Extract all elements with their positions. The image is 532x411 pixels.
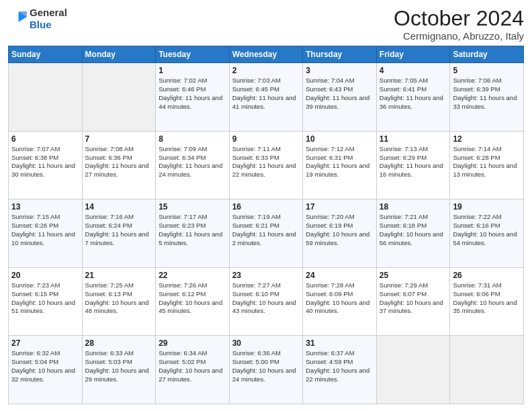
calendar-cell: 21Sunrise: 7:25 AM Sunset: 6:13 PM Dayli… [82, 267, 156, 336]
col-saturday: Saturday [450, 46, 524, 63]
calendar-cell [9, 63, 83, 132]
day-info: Sunrise: 7:07 AM Sunset: 6:38 PM Dayligh… [11, 145, 79, 179]
day-info: Sunrise: 7:29 AM Sunset: 6:07 PM Dayligh… [380, 281, 447, 316]
day-info: Sunrise: 7:19 AM Sunset: 6:21 PM Dayligh… [232, 213, 300, 247]
day-info: Sunrise: 6:33 AM Sunset: 5:03 PM Dayligh… [85, 349, 153, 383]
calendar-cell: 30Sunrise: 6:36 AM Sunset: 5:00 PM Dayli… [229, 336, 303, 404]
day-number: 11 [380, 134, 447, 144]
calendar-cell: 3Sunrise: 7:04 AM Sunset: 6:43 PM Daylig… [303, 63, 377, 132]
day-info: Sunrise: 7:05 AM Sunset: 6:41 PM Dayligh… [380, 77, 447, 111]
logo-general: General [30, 7, 67, 18]
calendar-cell: 23Sunrise: 7:27 AM Sunset: 6:10 PM Dayli… [229, 267, 303, 336]
calendar-cell: 4Sunrise: 7:05 AM Sunset: 6:41 PM Daylig… [376, 63, 450, 132]
day-number: 10 [306, 134, 373, 144]
day-number: 1 [159, 66, 226, 75]
day-info: Sunrise: 7:12 AM Sunset: 6:31 PM Dayligh… [306, 145, 373, 179]
day-info: Sunrise: 7:25 AM Sunset: 6:13 PM Dayligh… [85, 281, 153, 316]
day-info: Sunrise: 7:23 AM Sunset: 6:15 PM Dayligh… [11, 281, 79, 316]
day-number: 21 [85, 271, 153, 280]
day-info: Sunrise: 7:28 AM Sunset: 6:09 PM Dayligh… [306, 281, 373, 316]
col-tuesday: Tuesday [156, 46, 230, 63]
day-info: Sunrise: 7:26 AM Sunset: 6:12 PM Dayligh… [159, 281, 226, 316]
col-sunday: Sunday [9, 46, 83, 63]
day-info: Sunrise: 7:06 AM Sunset: 6:39 PM Dayligh… [453, 77, 521, 111]
day-info: Sunrise: 7:21 AM Sunset: 6:18 PM Dayligh… [380, 213, 447, 247]
day-info: Sunrise: 6:32 AM Sunset: 5:04 PM Dayligh… [11, 349, 79, 383]
day-number: 5 [453, 66, 521, 75]
day-number: 6 [11, 134, 79, 144]
calendar-cell: 9Sunrise: 7:11 AM Sunset: 6:33 PM Daylig… [229, 131, 303, 199]
calendar-cell: 24Sunrise: 7:28 AM Sunset: 6:09 PM Dayli… [303, 267, 377, 336]
location: Cermignano, Abruzzo, Italy [394, 30, 524, 42]
col-monday: Monday [82, 46, 156, 63]
day-number: 30 [232, 338, 300, 348]
calendar-cell: 17Sunrise: 7:20 AM Sunset: 6:19 PM Dayli… [303, 199, 377, 268]
day-number: 15 [159, 202, 226, 212]
calendar-cell: 5Sunrise: 7:06 AM Sunset: 6:39 PM Daylig… [450, 63, 524, 132]
day-info: Sunrise: 6:37 AM Sunset: 4:59 PM Dayligh… [306, 349, 373, 383]
calendar-cell [450, 336, 524, 404]
calendar-cell: 7Sunrise: 7:08 AM Sunset: 6:36 PM Daylig… [82, 131, 156, 199]
day-number: 29 [159, 338, 226, 348]
calendar-cell: 18Sunrise: 7:21 AM Sunset: 6:18 PM Dayli… [376, 199, 450, 268]
logo-icon [8, 9, 27, 28]
calendar-cell: 25Sunrise: 7:29 AM Sunset: 6:07 PM Dayli… [376, 267, 450, 336]
calendar-cell: 11Sunrise: 7:13 AM Sunset: 6:29 PM Dayli… [376, 131, 450, 199]
day-info: Sunrise: 7:20 AM Sunset: 6:19 PM Dayligh… [306, 213, 373, 247]
day-info: Sunrise: 7:27 AM Sunset: 6:10 PM Dayligh… [232, 281, 300, 316]
day-info: Sunrise: 7:02 AM Sunset: 6:46 PM Dayligh… [159, 77, 226, 111]
day-info: Sunrise: 7:09 AM Sunset: 6:34 PM Dayligh… [159, 145, 226, 179]
day-number: 25 [380, 271, 447, 280]
logo-text: General Blue [30, 7, 67, 31]
day-info: Sunrise: 7:22 AM Sunset: 6:16 PM Dayligh… [453, 213, 521, 247]
day-number: 18 [380, 202, 447, 212]
day-number: 28 [85, 338, 153, 348]
day-number: 31 [306, 338, 373, 348]
header: General Blue October 2024 Cermignano, Ab… [8, 7, 524, 42]
logo-blue: Blue [30, 19, 52, 30]
calendar: Sunday Monday Tuesday Wednesday Thursday… [8, 46, 524, 404]
calendar-cell: 6Sunrise: 7:07 AM Sunset: 6:38 PM Daylig… [9, 131, 83, 199]
title-block: October 2024 Cermignano, Abruzzo, Italy [394, 7, 524, 42]
col-wednesday: Wednesday [229, 46, 303, 63]
day-number: 26 [453, 271, 521, 280]
calendar-cell: 16Sunrise: 7:19 AM Sunset: 6:21 PM Dayli… [229, 199, 303, 268]
logo: General Blue [8, 7, 67, 31]
calendar-cell: 15Sunrise: 7:17 AM Sunset: 6:23 PM Dayli… [156, 199, 230, 268]
day-info: Sunrise: 7:17 AM Sunset: 6:23 PM Dayligh… [159, 213, 226, 247]
calendar-cell: 22Sunrise: 7:26 AM Sunset: 6:12 PM Dayli… [156, 267, 230, 336]
day-info: Sunrise: 7:15 AM Sunset: 6:26 PM Dayligh… [11, 213, 79, 247]
calendar-cell: 26Sunrise: 7:31 AM Sunset: 6:06 PM Dayli… [450, 267, 524, 336]
col-thursday: Thursday [303, 46, 377, 63]
day-info: Sunrise: 7:04 AM Sunset: 6:43 PM Dayligh… [306, 77, 373, 111]
day-number: 23 [232, 271, 300, 280]
calendar-cell: 13Sunrise: 7:15 AM Sunset: 6:26 PM Dayli… [9, 199, 83, 268]
day-number: 24 [306, 271, 373, 280]
day-info: Sunrise: 7:13 AM Sunset: 6:29 PM Dayligh… [380, 145, 447, 179]
col-friday: Friday [376, 46, 450, 63]
day-info: Sunrise: 7:11 AM Sunset: 6:33 PM Dayligh… [232, 145, 300, 179]
month-title: October 2024 [394, 7, 524, 30]
day-number: 22 [159, 271, 226, 280]
day-number: 14 [85, 202, 153, 212]
day-info: Sunrise: 7:08 AM Sunset: 6:36 PM Dayligh… [85, 145, 153, 179]
day-info: Sunrise: 6:34 AM Sunset: 5:02 PM Dayligh… [159, 349, 226, 383]
day-number: 19 [453, 202, 521, 212]
calendar-cell: 19Sunrise: 7:22 AM Sunset: 6:16 PM Dayli… [450, 199, 524, 268]
calendar-cell: 14Sunrise: 7:16 AM Sunset: 6:24 PM Dayli… [82, 199, 156, 268]
day-info: Sunrise: 7:14 AM Sunset: 6:28 PM Dayligh… [453, 145, 521, 179]
day-info: Sunrise: 7:31 AM Sunset: 6:06 PM Dayligh… [453, 281, 521, 316]
day-number: 4 [380, 66, 447, 75]
day-info: Sunrise: 7:16 AM Sunset: 6:24 PM Dayligh… [85, 213, 153, 247]
day-number: 9 [232, 134, 300, 144]
day-number: 12 [453, 134, 521, 144]
calendar-cell: 29Sunrise: 6:34 AM Sunset: 5:02 PM Dayli… [156, 336, 230, 404]
calendar-cell [376, 336, 450, 404]
calendar-cell [82, 63, 156, 132]
day-number: 7 [85, 134, 153, 144]
day-number: 13 [11, 202, 79, 212]
day-info: Sunrise: 7:03 AM Sunset: 6:45 PM Dayligh… [232, 77, 300, 111]
day-number: 8 [159, 134, 226, 144]
calendar-cell: 31Sunrise: 6:37 AM Sunset: 4:59 PM Dayli… [303, 336, 377, 404]
calendar-cell: 1Sunrise: 7:02 AM Sunset: 6:46 PM Daylig… [156, 63, 230, 132]
